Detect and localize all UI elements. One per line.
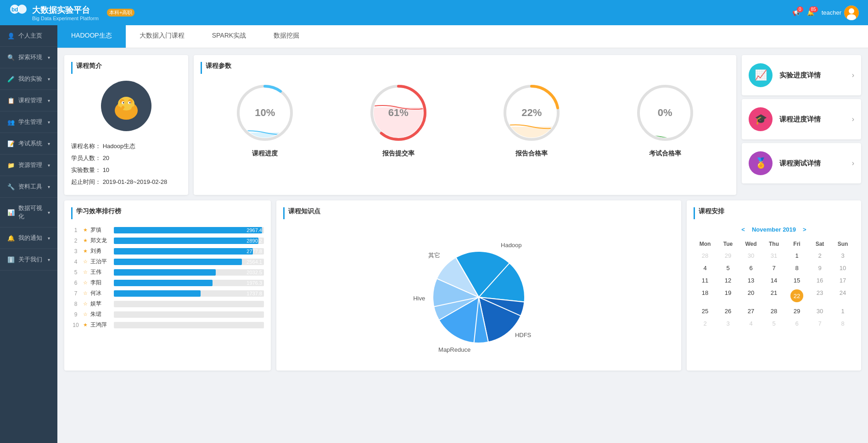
announce-btn[interactable]: 📢 0 (792, 9, 800, 16)
cal-date-cell[interactable]: 21 (762, 287, 785, 305)
schedule-title: 课程安排 (694, 207, 854, 219)
sidebar-icon: 👥 (7, 119, 15, 126)
cal-date-cell[interactable]: 18 (694, 287, 717, 305)
sidebar-icon: ℹ️ (7, 256, 15, 263)
cal-date-cell[interactable]: 29 (785, 305, 808, 317)
cal-date-cell[interactable]: 8 (785, 262, 808, 274)
cal-date-cell[interactable]: 4 (694, 262, 717, 274)
cal-date-cell[interactable]: 5 (717, 262, 739, 274)
sidebar-item[interactable]: 🔧 资料工具 ▾ (0, 176, 57, 198)
cal-date-cell[interactable]: 19 (717, 287, 739, 305)
cal-date-cell[interactable]: 9 (808, 262, 831, 274)
cal-date-cell[interactable]: 5 (762, 317, 785, 330)
subnav-tab[interactable]: HADOOP生态 (57, 25, 126, 48)
calendar-header: < November 2019 > (694, 226, 854, 233)
cal-date-cell[interactable]: 3 (717, 317, 739, 330)
knowledge-title: 课程知识点 (283, 207, 674, 219)
cal-date-cell[interactable]: 8 (831, 317, 854, 330)
cal-prev[interactable]: < (741, 226, 745, 233)
bell-btn[interactable]: 🔔 85 (807, 9, 814, 16)
cal-date-cell[interactable]: 14 (762, 274, 785, 287)
cal-date-cell[interactable]: 7 (762, 262, 785, 274)
cal-date-cell[interactable]: 12 (717, 274, 739, 287)
chevron-icon: ▾ (48, 184, 50, 189)
course-params-card: 课程参数 10% 课程进度 (194, 55, 736, 195)
sidebar-item[interactable]: 🔔 我的通知 ▾ (0, 227, 57, 249)
cal-date-cell[interactable]: 16 (808, 274, 831, 287)
sidebar-icon: 📊 (7, 209, 15, 216)
cal-date-cell[interactable]: 15 (785, 274, 808, 287)
sidebar-icon: 📝 (7, 140, 15, 147)
rank-name: 刘勇 (90, 247, 111, 255)
cal-date-cell[interactable]: 28 (694, 249, 717, 262)
param-label: 课程进度 (252, 150, 278, 158)
sidebar-label: 学生管理 (18, 118, 42, 126)
cal-date-cell[interactable]: 27 (739, 305, 762, 317)
cal-date-cell[interactable]: 24 (831, 287, 854, 305)
sidebar-item[interactable]: 🔍 探索环境 ▾ (0, 47, 57, 68)
rank-number: 10 (71, 322, 80, 328)
subnav-tab[interactable]: 数据挖掘 (260, 25, 313, 48)
cal-next[interactable]: > (803, 226, 806, 233)
cal-date-cell[interactable]: 29 (717, 249, 739, 262)
cal-date-cell[interactable]: 25 (694, 305, 717, 317)
sidebar-item[interactable]: 📁 资源管理 ▾ (0, 155, 57, 176)
sidebar-label: 我的通知 (18, 234, 42, 242)
sidebar-item[interactable]: 🧪 我的实验 ▾ (0, 68, 57, 90)
cal-date-cell[interactable]: 1 (831, 305, 854, 317)
sidebar-item[interactable]: 📝 考试系统 ▾ (0, 133, 57, 155)
cal-date-cell[interactable]: 10 (831, 262, 854, 274)
cal-date-cell[interactable]: 22 (785, 287, 808, 305)
cal-date-cell[interactable]: 6 (739, 262, 762, 274)
cal-date-cell[interactable]: 30 (739, 249, 762, 262)
cal-date-cell[interactable]: 31 (762, 249, 785, 262)
rank-number: 1 (71, 227, 80, 233)
detail-btn[interactable]: 📈 实验进度详情 › (742, 55, 861, 95)
cal-date-cell[interactable]: 11 (694, 274, 717, 287)
pie-chart: HadoopHDFSMapReduceHive其它 (401, 231, 557, 359)
rank-name: 王治平 (90, 258, 111, 266)
circle-percent: 61% (388, 107, 409, 119)
sidebar-item[interactable]: 📋 课程管理 ▾ (0, 90, 57, 111)
chevron-icon: ▾ (48, 210, 50, 215)
cal-date-cell[interactable]: 23 (808, 287, 831, 305)
cal-date-cell[interactable]: 2 (694, 317, 717, 330)
cal-date-cell[interactable]: 3 (831, 249, 854, 262)
cal-date-cell[interactable]: 20 (739, 287, 762, 305)
pie-label: Hadoop (501, 242, 522, 249)
rank-bar-wrap: 2890.2 (114, 238, 264, 244)
detail-btn[interactable]: 🎓 课程进度详情 › (742, 99, 861, 139)
circle-container: 61% (366, 81, 431, 145)
detail-btn[interactable]: 🏅 课程测试详情 › (742, 143, 861, 183)
rank-name: 朱珺 (90, 310, 111, 318)
rank-bar-wrap: 2032.5 (114, 269, 264, 276)
cal-date-cell[interactable]: 2 (808, 249, 831, 262)
cal-date-cell[interactable]: 6 (785, 317, 808, 330)
cal-date-cell[interactable]: 4 (739, 317, 762, 330)
rank-bar-wrap (114, 301, 264, 307)
cal-today[interactable]: 22 (790, 289, 803, 302)
user-info[interactable]: teacher (822, 6, 859, 20)
cal-date-cell[interactable]: 30 (808, 305, 831, 317)
rank-star: ☆ (83, 280, 88, 286)
cal-date-cell[interactable]: 1 (785, 249, 808, 262)
subnav-tab[interactable]: SPARK实战 (198, 25, 260, 48)
subnav-tab[interactable]: 大数据入门课程 (126, 25, 198, 48)
svg-text:bd: bd (11, 6, 18, 13)
sidebar-item[interactable]: 👥 学生管理 ▾ (0, 111, 57, 133)
cal-date-cell[interactable]: 26 (717, 305, 739, 317)
cal-date-cell[interactable]: 17 (831, 274, 854, 287)
detail-btn-label: 课程进度详情 (779, 115, 845, 124)
sidebar-item[interactable]: 📊 数据可视化 ▾ (0, 198, 57, 227)
cal-date-cell[interactable]: 28 (762, 305, 785, 317)
course-time: 起止时间： 2019-01-28~2019-02-28 (71, 176, 181, 188)
sidebar-item[interactable]: ℹ️ 关于我们 ▾ (0, 249, 57, 271)
cal-date-cell[interactable]: 13 (739, 274, 762, 287)
cal-date-cell[interactable]: 7 (808, 317, 831, 330)
sidebar-label: 资料工具 (18, 183, 42, 191)
params-grid: 10% 课程进度 61% 报告提交率 (201, 81, 729, 158)
pie-label: Hive (413, 295, 425, 302)
rank-star: ☆ (83, 259, 88, 265)
sidebar-item[interactable]: 👤 个人主页 (0, 25, 57, 47)
svg-point-12 (131, 106, 135, 117)
